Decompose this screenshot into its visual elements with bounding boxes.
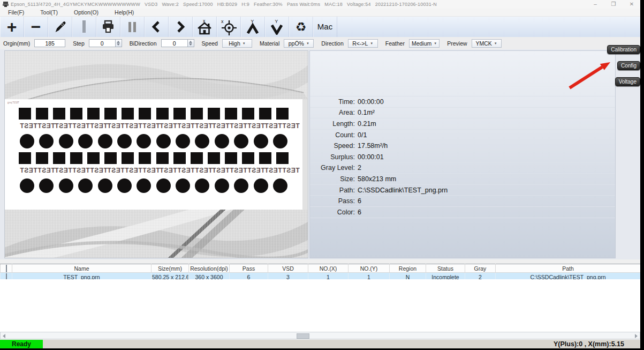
origin-field-label: Orgin(mm) xyxy=(3,40,30,47)
move-down-y-button[interactable]: Y xyxy=(265,17,289,37)
info-value: 6 xyxy=(358,197,361,205)
move-up-y-button[interactable]: Y xyxy=(241,17,265,37)
info-value: 0.1m² xyxy=(358,109,375,116)
window-controls: –❐✕ xyxy=(592,0,635,9)
home-x-button[interactable]: x xyxy=(193,17,217,37)
mirrored-test-text: TEST xyxy=(212,167,230,174)
column-header-sizemm: Size(mm) xyxy=(151,264,189,273)
test-square xyxy=(276,152,289,164)
info-row: Pass:6 xyxy=(310,196,615,207)
material-select[interactable]: ppÖ%▼ xyxy=(284,39,314,48)
info-label: Area: xyxy=(310,109,355,116)
target-x-icon: x xyxy=(220,18,237,35)
test-circle xyxy=(20,134,34,148)
menu-item-file[interactable]: File(F) xyxy=(0,9,32,16)
test-circle xyxy=(254,178,268,193)
menu-item-help[interactable]: Help(H) xyxy=(107,9,142,16)
bidirection-field-input[interactable] xyxy=(161,39,188,47)
mac-button[interactable]: Mac xyxy=(313,17,337,37)
restore-button[interactable]: ❐ xyxy=(610,0,617,9)
preview-select-label: Preview xyxy=(447,40,467,47)
horizontal-scrollbar[interactable] xyxy=(0,332,640,339)
bidirection-field-spinner[interactable] xyxy=(188,39,194,47)
info-label: Surplus: xyxy=(310,153,355,161)
test-circle xyxy=(273,134,287,148)
test-square xyxy=(276,108,289,120)
stop-button[interactable] xyxy=(72,17,96,37)
edit-button[interactable] xyxy=(48,17,72,37)
pause-button[interactable] xyxy=(120,17,145,37)
mirrored-test-text: TEST xyxy=(160,122,177,130)
chevron-down-icon: ▼ xyxy=(434,42,437,45)
preview-select[interactable]: YMCK▼ xyxy=(472,39,502,48)
move-right-button[interactable] xyxy=(169,17,193,37)
bidirection-field xyxy=(161,39,194,47)
test-square xyxy=(70,108,82,120)
column-header-name: Name xyxy=(12,264,151,273)
test-circle xyxy=(156,134,171,148)
test-square xyxy=(242,108,254,120)
speed-select[interactable]: High▼ xyxy=(222,39,252,48)
pattern-row-circles xyxy=(5,178,302,193)
reset-button[interactable]: ♻ xyxy=(289,17,313,37)
mirrored-test-text: TEST xyxy=(282,167,300,174)
mirrored-test-text: TEST xyxy=(55,167,72,174)
test-circle xyxy=(59,134,73,148)
plus-icon: + xyxy=(7,19,17,35)
mirrored-test-text: TEST xyxy=(212,122,230,130)
remove-button[interactable]: − xyxy=(24,17,48,37)
direction-select[interactable]: R<->L▼ xyxy=(348,39,378,48)
checkbox[interactable] xyxy=(6,265,7,272)
mirrored-test-text: TEST xyxy=(20,122,37,130)
calibration-button[interactable]: Calibration xyxy=(607,45,640,54)
test-square xyxy=(208,108,220,120)
scroll-right-icon[interactable] xyxy=(635,334,638,338)
step-field-input[interactable] xyxy=(89,39,116,47)
info-row: Time:00:00:00 xyxy=(310,96,615,108)
test-square xyxy=(173,108,186,120)
scrollbar-thumb[interactable] xyxy=(297,333,309,339)
info-value: 2 xyxy=(358,164,361,172)
print-button[interactable] xyxy=(96,17,120,37)
menu-item-tool[interactable]: Tool(T) xyxy=(32,9,66,16)
menu-item-option[interactable]: Option(O) xyxy=(66,9,107,16)
minus-icon: − xyxy=(31,19,41,35)
test-square xyxy=(139,152,151,164)
scroll-left-icon[interactable] xyxy=(3,334,5,338)
mirrored-test-text: TEST xyxy=(107,122,125,130)
step-field-label: Step xyxy=(73,40,85,47)
move-left-button[interactable] xyxy=(145,17,169,37)
close-button[interactable]: ✕ xyxy=(628,0,635,9)
test-square xyxy=(191,108,203,120)
mirrored-test-text: TEST xyxy=(177,122,195,130)
info-value: 00:00:00 xyxy=(358,98,384,106)
print-job-preview[interactable]: TEST.png TESTTESTTESTTESTTESTTESTTESTTES… xyxy=(5,99,302,210)
step-field xyxy=(89,39,122,47)
column-header-nox: NO.(X) xyxy=(308,264,348,273)
column-header-resolutiondpi: Resolution(dpi) xyxy=(189,264,230,273)
test-circle xyxy=(98,134,112,148)
pattern-row-squares xyxy=(5,152,302,164)
mirrored-test-text: TEST xyxy=(37,122,55,130)
mirrored-test-text: TEST xyxy=(264,122,282,130)
pencil-icon xyxy=(54,20,67,34)
test-circle xyxy=(195,134,209,148)
voltage-button[interactable]: Voltage xyxy=(615,77,640,86)
speed-select-value: High xyxy=(229,40,240,47)
recycle-icon: ♻ xyxy=(296,21,307,33)
minimize-button[interactable]: – xyxy=(592,0,598,9)
info-value: 17.58m²/h xyxy=(358,142,388,150)
test-square xyxy=(259,152,271,164)
feather-select[interactable]: Medium▼ xyxy=(409,39,440,48)
test-square xyxy=(191,152,203,164)
origin-field[interactable] xyxy=(34,39,65,47)
mirrored-test-text: TEST xyxy=(195,167,213,174)
mirrored-test-text: TEST xyxy=(142,167,160,174)
select-all-checkbox-cell[interactable] xyxy=(1,264,12,273)
print-preview-panel[interactable]: TEST.png TESTTESTTESTTESTTESTTESTTESTTES… xyxy=(4,50,308,258)
step-field-spinner[interactable] xyxy=(116,39,122,47)
config-button[interactable]: Config xyxy=(617,61,640,70)
add-button[interactable]: + xyxy=(0,17,24,37)
job-list-empty-area xyxy=(0,279,640,332)
locate-x-button[interactable]: x xyxy=(217,17,241,37)
